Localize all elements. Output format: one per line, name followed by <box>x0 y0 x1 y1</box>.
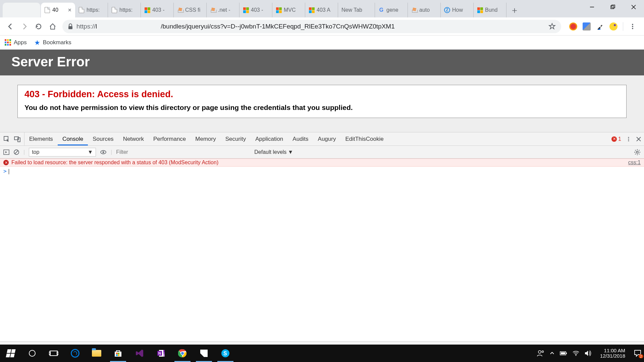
chevron-down-icon: ▼ <box>288 149 293 155</box>
tab[interactable]: G gene <box>375 3 408 17</box>
console-settings-icon[interactable] <box>634 149 641 156</box>
devtools-tab-security[interactable]: Security <box>221 132 251 145</box>
page-content: Server Error 403 - Forbidden: Access is … <box>0 50 644 132</box>
bookmarks-shortcut[interactable]: ★ Bookmarks <box>34 39 71 47</box>
device-toolbar-icon[interactable] <box>14 136 21 142</box>
action-center-icon[interactable]: 2 <box>634 350 641 357</box>
levels-label: Default levels <box>254 149 286 155</box>
new-tab-button[interactable]: ＋ <box>508 4 521 16</box>
address-bar[interactable]: https://l/bundles/jqueryui/css?v=D--j0wb… <box>62 20 561 33</box>
devtools-menu-icon[interactable] <box>626 136 631 142</box>
devtools-tab-sources[interactable]: Sources <box>88 132 118 145</box>
devtools-tab-console[interactable]: Console <box>58 132 88 145</box>
svg-rect-40 <box>163 354 165 357</box>
wifi-icon[interactable] <box>573 351 579 356</box>
console-output: ✕ Failed to load resource: the server re… <box>0 159 644 341</box>
tab[interactable]: Bund <box>474 3 506 17</box>
taskbar-app-chrome[interactable] <box>172 345 193 362</box>
separator <box>623 22 623 31</box>
lock-icon[interactable] <box>68 23 73 29</box>
people-icon[interactable] <box>537 350 544 357</box>
reload-button[interactable] <box>32 20 45 33</box>
tab-label: MVC <box>284 7 302 13</box>
clear-console-icon[interactable] <box>13 149 19 155</box>
taskbar-app-visualstudio[interactable] <box>129 345 150 362</box>
inspect-element-icon[interactable] <box>3 136 10 142</box>
extension-icon[interactable] <box>569 22 577 31</box>
devtools-tab-augury[interactable]: Augury <box>313 132 341 145</box>
svg-point-15 <box>628 140 629 141</box>
tab[interactable]: 403 - <box>141 3 174 17</box>
taskbar-app-explorer[interactable] <box>86 345 107 362</box>
tab[interactable]: https: <box>75 3 108 17</box>
log-levels-selector[interactable]: Default levels ▼ <box>254 149 293 155</box>
taskbar-app-edge[interactable] <box>64 345 86 362</box>
tab-label: https: <box>119 7 138 13</box>
console-prompt[interactable]: > <box>0 167 644 176</box>
microsoft-icon <box>243 7 249 13</box>
page-icon <box>111 7 117 13</box>
svg-rect-5 <box>68 26 72 29</box>
tab[interactable]: 403 A <box>305 3 338 17</box>
back-button[interactable] <box>4 20 17 33</box>
extension-icon[interactable] <box>609 22 618 31</box>
tab[interactable]: Z How <box>441 3 474 17</box>
translate-icon[interactable] <box>583 22 591 31</box>
taskbar-app-skype[interactable]: S <box>215 345 236 362</box>
battery-icon[interactable] <box>560 351 567 356</box>
taskbar-app-onenote[interactable]: N <box>150 345 172 362</box>
devtools-tab-performance[interactable]: Performance <box>149 132 191 145</box>
console-error-row[interactable]: ✕ Failed to load resource: the server re… <box>0 159 644 167</box>
devtools-tab-memory[interactable]: Memory <box>191 132 220 145</box>
console-sidebar-toggle-icon[interactable] <box>3 149 9 155</box>
close-button[interactable] <box>623 0 644 14</box>
eyedropper-icon[interactable] <box>596 22 604 31</box>
svg-point-14 <box>628 138 629 139</box>
svg-point-54 <box>575 355 576 356</box>
volume-icon[interactable] <box>585 350 591 356</box>
home-button[interactable] <box>46 20 59 33</box>
task-view-button[interactable] <box>43 345 64 362</box>
bookmark-star-icon[interactable] <box>548 23 556 30</box>
cortana-button[interactable] <box>21 345 43 362</box>
tab[interactable]: MVC <box>272 3 305 17</box>
tab[interactable]: .net - <box>207 3 239 17</box>
minimize-button[interactable] <box>582 0 602 14</box>
error-count-badge[interactable]: ✕1 <box>611 136 621 142</box>
tab-label: How <box>452 7 471 13</box>
tab-label: 403 - <box>251 7 269 13</box>
tab-blank[interactable] <box>3 3 40 17</box>
tab[interactable]: https: <box>108 3 141 17</box>
svg-rect-35 <box>116 354 118 356</box>
close-icon[interactable]: ✕ <box>68 7 72 13</box>
taskbar-app[interactable] <box>193 345 215 362</box>
console-toolbar: | top ▼ | Default levels ▼ <box>0 146 644 159</box>
filter-input[interactable] <box>116 148 250 157</box>
tab[interactable]: auto <box>408 3 441 17</box>
devtools-tab-audits[interactable]: Audits <box>288 132 313 145</box>
maximize-button[interactable] <box>602 0 623 14</box>
devtools-tab-application[interactable]: Application <box>251 132 288 145</box>
devtools-close-icon[interactable] <box>636 136 641 142</box>
tab-label: New Tab <box>341 7 372 13</box>
devtools-tab-network[interactable]: Network <box>118 132 149 145</box>
tab-active[interactable]: 40 ✕ <box>41 3 75 17</box>
taskbar-app-store[interactable] <box>107 345 129 362</box>
error-source-link[interactable]: css:1 <box>628 160 641 166</box>
page-icon <box>44 7 50 13</box>
error-subheading: You do not have permission to view this … <box>24 104 620 112</box>
devtools-tab-editthiscookie[interactable]: EditThisCookie <box>340 132 388 145</box>
tab[interactable]: 403 - <box>239 3 272 17</box>
tab[interactable]: CSS fi <box>174 3 207 17</box>
taskbar-clock[interactable]: 11:00 AM 12/31/2018 <box>597 348 629 359</box>
devtools-tab-elements[interactable]: Elements <box>24 132 58 145</box>
context-selector[interactable]: top ▼ <box>29 148 96 157</box>
start-button[interactable] <box>0 345 21 362</box>
browser-toolbar: https://l/bundles/jqueryui/css?v=D--j0wb… <box>0 17 644 36</box>
live-expression-icon[interactable] <box>100 149 107 156</box>
tray-overflow-icon[interactable] <box>550 351 554 356</box>
apps-shortcut[interactable]: Apps <box>5 39 27 46</box>
forward-button[interactable] <box>18 20 31 33</box>
tab[interactable]: New Tab <box>338 3 375 17</box>
chrome-menu-button[interactable] <box>629 22 637 31</box>
